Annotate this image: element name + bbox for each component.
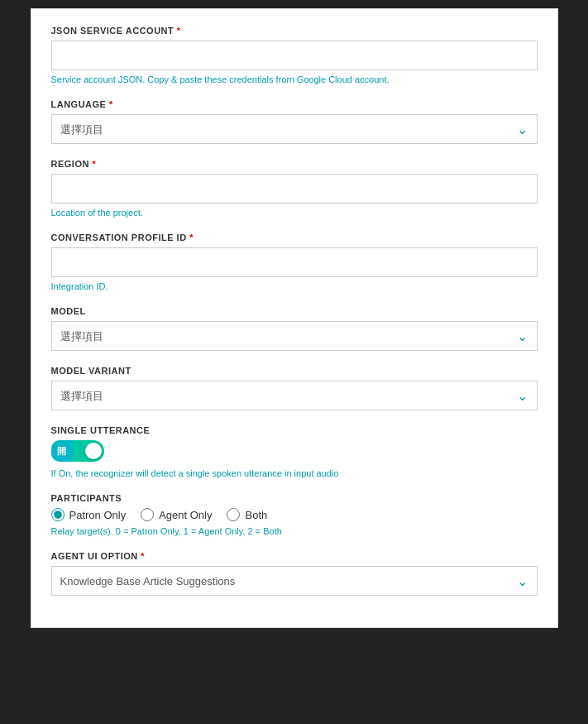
model-select[interactable]: 選擇項目: [51, 321, 538, 351]
radio-agent-only[interactable]: Agent Only: [141, 508, 212, 521]
radio-patron-only-label: Patron Only: [69, 509, 127, 521]
model-variant-select[interactable]: 選擇項目: [51, 381, 538, 410]
model-variant-group: MODEL VARIANT 選擇項目 ⌄: [51, 366, 538, 410]
radio-agent-only-input[interactable]: [141, 508, 154, 521]
agent-ui-option-label: AGENT UI OPTION *: [51, 551, 538, 561]
json-service-account-label: JSON SERVICE ACCOUNT *: [51, 26, 538, 36]
language-group: LANGUAGE * 選擇項目 ⌄: [51, 99, 538, 144]
region-group: REGION * Location of the project.: [51, 159, 538, 218]
conversation-profile-id-helper: Integration ID.: [51, 281, 538, 291]
model-label: MODEL: [51, 306, 538, 316]
region-input[interactable]: [51, 174, 538, 204]
language-select[interactable]: 選擇項目: [51, 114, 538, 144]
participants-options-row: Patron Only Agent Only Both: [51, 508, 538, 521]
participants-group: PARTICIPANTS Patron Only Agent Only Both…: [51, 493, 538, 536]
region-label: REGION *: [51, 159, 538, 169]
json-service-account-input[interactable]: [51, 41, 538, 70]
radio-both[interactable]: Both: [227, 508, 267, 521]
single-utterance-group: SINGLE UTTERANCE 開 If On, the recognizer…: [51, 425, 538, 478]
single-utterance-toggle-row: 開: [51, 440, 538, 462]
model-variant-select-wrapper: 選擇項目 ⌄: [51, 381, 538, 410]
json-service-account-group: JSON SERVICE ACCOUNT * Service account J…: [51, 26, 538, 84]
model-select-wrapper: 選擇項目 ⌄: [51, 321, 538, 351]
toggle-knob: [85, 443, 102, 459]
agent-ui-option-group: AGENT UI OPTION * Knowledge Base Article…: [51, 551, 538, 596]
participants-helper: Relay target(s). 0 = Patron Only, 1 = Ag…: [51, 526, 538, 536]
agent-ui-option-select[interactable]: Knowledge Base Article Suggestions: [51, 566, 538, 596]
radio-both-label: Both: [245, 509, 267, 521]
language-label: LANGUAGE *: [51, 99, 538, 109]
agent-ui-option-select-wrapper: Knowledge Base Article Suggestions ⌄: [51, 566, 538, 596]
single-utterance-helper: If On, the recognizer will detect a sing…: [51, 468, 538, 478]
model-group: MODEL 選擇項目 ⌄: [51, 306, 538, 351]
region-helper: Location of the project.: [51, 208, 538, 218]
language-select-wrapper: 選擇項目 ⌄: [51, 114, 538, 144]
json-service-account-helper: Service account JSON. Copy & paste these…: [51, 74, 538, 84]
conversation-profile-id-label: CONVERSATION PROFILE ID *: [51, 233, 538, 242]
radio-agent-only-label: Agent Only: [159, 509, 212, 521]
single-utterance-toggle[interactable]: [73, 440, 104, 462]
model-variant-label: MODEL VARIANT: [51, 366, 538, 376]
radio-both-input[interactable]: [227, 508, 240, 521]
participants-label: PARTICIPANTS: [51, 493, 538, 503]
form-container: JSON SERVICE ACCOUNT * Service account J…: [31, 8, 558, 628]
radio-patron-only-input[interactable]: [51, 508, 65, 521]
radio-patron-only[interactable]: Patron Only: [51, 508, 127, 521]
toggle-on-label: 開: [51, 440, 73, 462]
conversation-profile-id-input[interactable]: [51, 247, 538, 277]
conversation-profile-id-group: CONVERSATION PROFILE ID * Integration ID…: [51, 233, 538, 291]
single-utterance-label: SINGLE UTTERANCE: [51, 425, 538, 435]
